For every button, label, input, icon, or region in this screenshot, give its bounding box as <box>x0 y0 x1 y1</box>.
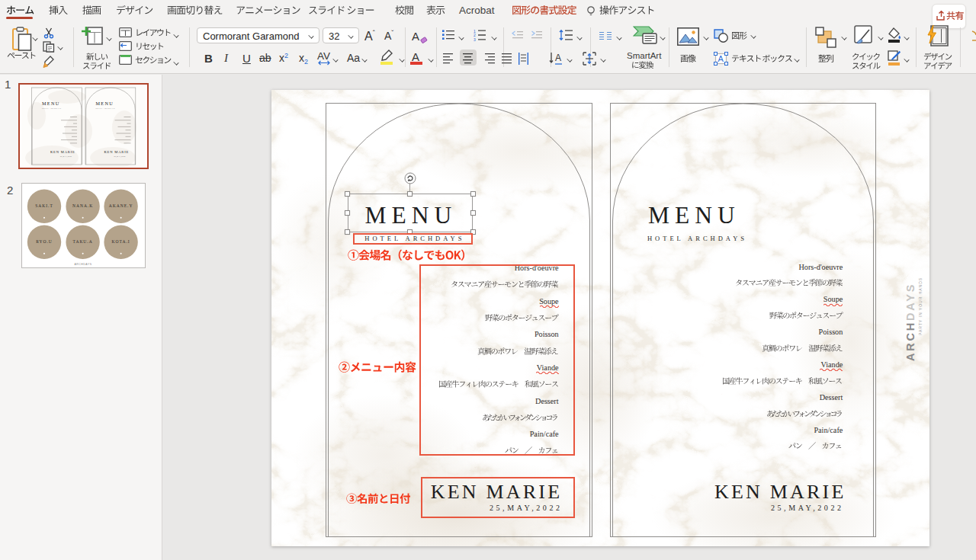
svg-text:MENU: MENU <box>42 101 59 106</box>
svg-text:A: A <box>718 54 724 63</box>
svg-text:NANA.K: NANA.K <box>72 203 93 208</box>
svg-text:KEN MARIE: KEN MARIE <box>104 150 130 154</box>
svg-text:KEN MARIE: KEN MARIE <box>50 150 75 154</box>
svg-text:HOTEL ARCHDAYS: HOTEL ARCHDAYS <box>42 107 61 109</box>
svg-text:RYO.U: RYO.U <box>36 239 53 244</box>
svg-text:SAKI.T: SAKI.T <box>35 203 53 208</box>
svg-text:TAKU.A: TAKU.A <box>73 239 93 244</box>
svg-text:3: 3 <box>474 37 476 41</box>
svg-text:A: A <box>555 53 561 63</box>
svg-text:ARCHDAYS: ARCHDAYS <box>75 263 92 266</box>
svg-text:KOTA.I: KOTA.I <box>112 239 130 244</box>
svg-text:AKANE.Y: AKANE.Y <box>109 203 133 208</box>
svg-text:MENU: MENU <box>96 101 114 106</box>
svg-text:HOTEL ARCHDAYS: HOTEL ARCHDAYS <box>96 107 115 109</box>
